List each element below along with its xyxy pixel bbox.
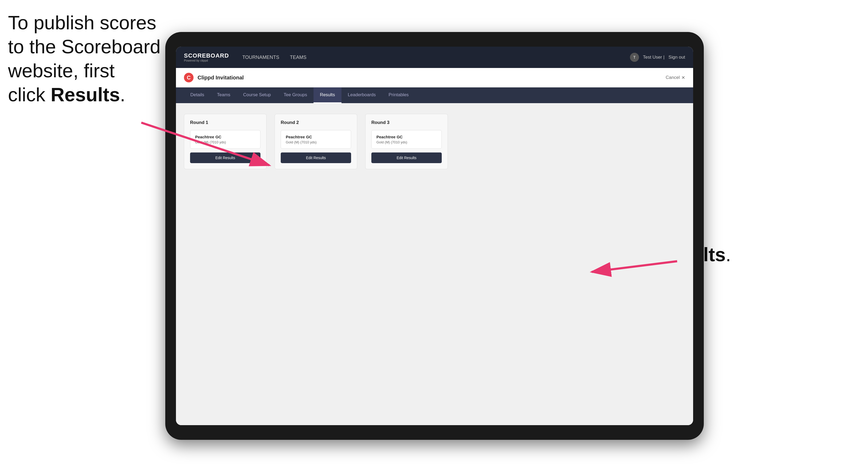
close-icon: ✕ (681, 75, 685, 81)
round-1-course-detail: Gold (M) (7010 yds) (195, 140, 255, 144)
logo-title: SCOREBOARD (184, 53, 229, 59)
logo-subtitle: Powered by clippd (184, 59, 229, 62)
cancel-button[interactable]: Cancel ✕ (666, 75, 685, 81)
app-navbar: SCOREBOARD Powered by clippd TOURNAMENTS… (176, 46, 693, 68)
tab-details[interactable]: Details (184, 87, 211, 103)
nav-teams[interactable]: TEAMS (290, 55, 307, 60)
round-3-course-card: Peachtree GC Gold (M) (7010 yds) (371, 130, 442, 149)
tournament-name: Clippd Invitational (197, 75, 666, 81)
tab-results[interactable]: Results (313, 87, 341, 103)
round-1-course-card: Peachtree GC Gold (M) (7010 yds) (190, 130, 260, 149)
round-2-card: Round 2 Peachtree GC Gold (M) (7010 yds)… (275, 114, 357, 169)
user-text: Test User | (643, 55, 664, 60)
tournament-logo: C (184, 73, 193, 82)
tab-printables[interactable]: Printables (382, 87, 415, 103)
instruction-left: To publish scores to the Scoreboard webs… (8, 11, 163, 106)
sign-out-link[interactable]: Sign out (669, 55, 685, 60)
main-content: Round 1 Peachtree GC Gold (M) (7010 yds)… (176, 103, 693, 425)
round-2-course-card: Peachtree GC Gold (M) (7010 yds) (281, 130, 351, 149)
tab-course-setup[interactable]: Course Setup (237, 87, 277, 103)
round-1-edit-results-button[interactable]: Edit Results (190, 153, 260, 163)
nav-tournaments[interactable]: TOURNAMENTS (242, 55, 279, 60)
round-3-course-name: Peachtree GC (376, 135, 437, 139)
round-1-course-name: Peachtree GC (195, 135, 255, 139)
user-avatar: T (630, 53, 639, 62)
rounds-grid: Round 1 Peachtree GC Gold (M) (7010 yds)… (184, 114, 685, 169)
nav-right: T Test User | Sign out (630, 53, 685, 62)
round-3-card: Round 3 Peachtree GC Gold (M) (7010 yds)… (365, 114, 448, 169)
tablet-device: SCOREBOARD Powered by clippd TOURNAMENTS… (165, 32, 704, 440)
tournament-header: C Clippd Invitational Cancel ✕ (176, 68, 693, 87)
round-3-course-detail: Gold (M) (7010 yds) (376, 140, 437, 144)
round-2-edit-results-button[interactable]: Edit Results (281, 153, 351, 163)
scoreboard-logo: SCOREBOARD Powered by clippd (184, 53, 229, 62)
nav-links: TOURNAMENTS TEAMS (242, 55, 630, 60)
tab-tee-groups[interactable]: Tee Groups (277, 87, 313, 103)
round-3-edit-results-button[interactable]: Edit Results (371, 153, 442, 163)
round-3-title: Round 3 (371, 120, 442, 125)
tab-leaderboards[interactable]: Leaderboards (341, 87, 382, 103)
round-1-card: Round 1 Peachtree GC Gold (M) (7010 yds)… (184, 114, 267, 169)
round-2-course-detail: Gold (M) (7010 yds) (286, 140, 346, 144)
round-2-title: Round 2 (281, 120, 351, 125)
tabs-nav: Details Teams Course Setup Tee Groups Re… (176, 87, 693, 103)
tab-teams[interactable]: Teams (211, 87, 237, 103)
tablet-screen: SCOREBOARD Powered by clippd TOURNAMENTS… (176, 46, 693, 425)
round-2-course-name: Peachtree GC (286, 135, 346, 139)
round-1-title: Round 1 (190, 120, 260, 125)
